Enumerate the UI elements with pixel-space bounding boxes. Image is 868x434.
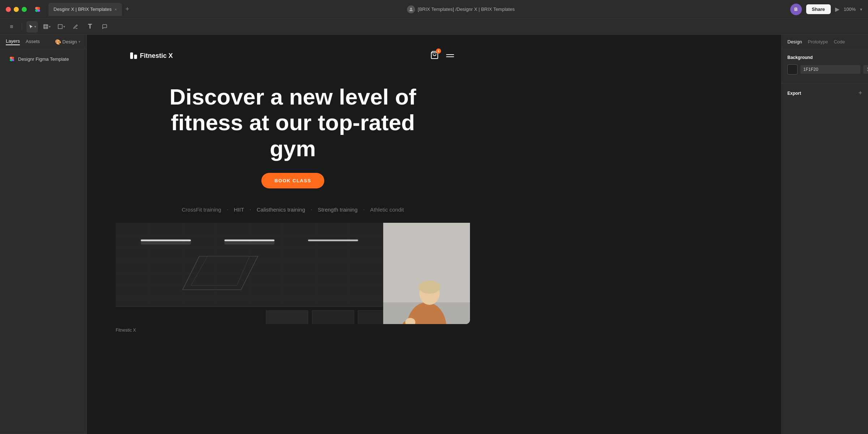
design-tab[interactable]: Design	[787, 39, 802, 44]
frame-label: Fitnestic X	[116, 328, 136, 333]
layer-item[interactable]: Designr Figma Template	[6, 54, 81, 64]
menu-button[interactable]: ≡	[6, 21, 17, 33]
tag-athletic: Athletic condit	[370, 207, 404, 213]
svg-rect-1	[43, 25, 47, 29]
svg-rect-24	[141, 239, 191, 244]
new-tab-button[interactable]: +	[123, 5, 132, 13]
user-avatar: B	[790, 4, 802, 15]
fitness-logo: Fitnestic X	[130, 52, 173, 60]
background-section-title: Background	[787, 55, 862, 60]
toolbar-separator-1	[22, 23, 22, 30]
ham-line-2	[446, 56, 454, 57]
book-class-button[interactable]: BOOK CLASS	[261, 173, 324, 188]
right-panel: Design Prototype Code Background Expo	[781, 35, 868, 434]
tag-dot-1: •	[227, 208, 228, 211]
figma-file-icon	[9, 56, 15, 62]
code-tab[interactable]: Code	[834, 39, 845, 44]
play-button[interactable]: ▶	[835, 6, 839, 13]
fitness-nav-right: 1	[430, 51, 456, 61]
frame-tool-button[interactable]: ▾	[41, 21, 52, 33]
background-color-swatch[interactable]	[787, 64, 798, 75]
fitness-website-design: Fitnestic X 1	[116, 42, 470, 324]
training-tags-row: CrossFit training • HIIT • Calisthenics …	[116, 199, 470, 220]
person-image	[383, 223, 470, 324]
canvas-area[interactable]: Fitnestic X 1	[87, 35, 781, 434]
left-panel: Layers Assets 🎨 Design ▾ Designr Figma T…	[0, 35, 87, 434]
person-svg	[383, 223, 470, 324]
zoom-chevron-icon[interactable]: ▾	[860, 7, 862, 12]
logo-stripe-1	[130, 52, 133, 59]
right-panel-tab-bar: Design Prototype Code	[782, 35, 868, 49]
logo-stripe-2	[134, 55, 137, 59]
svg-rect-36	[312, 311, 354, 324]
figma-logo-icon	[34, 6, 41, 13]
gym-interior-svg	[116, 223, 383, 324]
share-button[interactable]: Share	[806, 4, 831, 14]
tag-calisthenics: Calisthenics training	[257, 207, 305, 213]
fullscreen-button[interactable]	[22, 7, 27, 12]
layer-name: Designr Figma Template	[18, 56, 69, 62]
layers-tab[interactable]: Layers	[6, 38, 20, 45]
hamburger-menu-icon[interactable]	[445, 53, 456, 59]
toolbar: ≡ ▾ ▾ ▾ T	[0, 19, 868, 35]
close-button[interactable]	[6, 7, 11, 12]
background-section: Background	[782, 49, 868, 83]
layers-content: Designr Figma Template	[0, 49, 86, 69]
tab-area: Desginr X | BRIX Templates × +	[48, 3, 132, 16]
svg-point-0	[410, 8, 412, 9]
tab-title: Desginr X | BRIX Templates	[54, 7, 112, 12]
assets-tab[interactable]: Assets	[26, 39, 40, 45]
cart-badge: 1	[436, 48, 441, 54]
background-opacity-input[interactable]	[863, 65, 868, 74]
window-controls	[6, 7, 27, 12]
fitness-hero: Discover a new level of fitness at our t…	[116, 69, 470, 199]
fitness-nav: Fitnestic X 1	[116, 42, 470, 69]
export-section-title: Export	[787, 91, 801, 96]
logo-text: Fitnestic X	[140, 52, 173, 60]
tab-close-icon[interactable]: ×	[115, 7, 117, 12]
images-row	[116, 223, 470, 324]
background-hex-input[interactable]	[800, 65, 860, 74]
pen-tool-button[interactable]	[70, 21, 81, 33]
logo-icon	[130, 52, 137, 59]
svg-rect-35	[266, 311, 308, 324]
cart-icon[interactable]: 1	[430, 51, 439, 61]
ham-line-1	[446, 54, 454, 55]
title-bar: Desginr X | BRIX Templates × + [BRIX Tem…	[0, 0, 868, 19]
svg-rect-27	[308, 239, 358, 241]
prototype-tab[interactable]: Prototype	[808, 39, 828, 44]
title-breadcrumb: [BRIX Templates] /Designr X | BRIX Templ…	[136, 5, 786, 13]
gym-image	[116, 223, 383, 324]
breadcrumb-text: [BRIX Templates] /Designr X | BRIX Templ…	[418, 7, 515, 12]
shape-tool-button[interactable]: ▾	[55, 21, 67, 33]
select-tool-button[interactable]: ▾	[26, 21, 38, 33]
comment-tool-button[interactable]	[99, 21, 110, 33]
svg-rect-37	[358, 311, 383, 324]
hero-title: Discover a new level of fitness at our t…	[166, 84, 419, 161]
tag-hiit: HIIT	[234, 207, 244, 213]
user-avatar-icon	[407, 5, 415, 13]
panel-tab-bar: Layers Assets 🎨 Design ▾	[0, 35, 86, 49]
tag-strength: Strength training	[318, 207, 358, 213]
tag-dot-4: •	[363, 208, 364, 211]
zoom-level[interactable]: 100%	[844, 7, 856, 12]
design-chip[interactable]: 🎨 Design ▾	[55, 39, 81, 45]
tag-crossfit: CrossFit training	[182, 207, 221, 213]
minimize-button[interactable]	[14, 7, 19, 12]
active-tab[interactable]: Desginr X | BRIX Templates ×	[48, 3, 122, 16]
title-right-controls: B Share ▶ 100% ▾	[790, 4, 862, 15]
svg-point-43	[419, 281, 440, 294]
main-layout: Layers Assets 🎨 Design ▾ Designr Figma T…	[0, 35, 868, 434]
export-add-button[interactable]: +	[858, 89, 862, 97]
tag-dot-2: •	[250, 208, 251, 211]
export-section: Export +	[782, 83, 868, 103]
design-frame: Fitnestic X 1	[116, 42, 470, 324]
svg-rect-6	[58, 25, 62, 29]
background-color-row	[787, 64, 862, 75]
svg-rect-26	[225, 239, 275, 244]
tag-dot-3: •	[311, 208, 312, 211]
text-tool-button[interactable]: T	[84, 21, 96, 33]
